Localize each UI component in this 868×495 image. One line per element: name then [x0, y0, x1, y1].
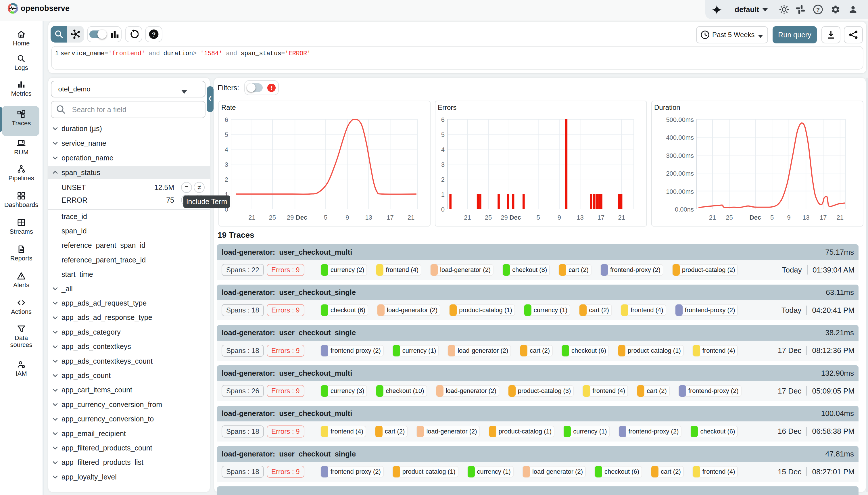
svg-text:Dec: Dec [296, 214, 307, 221]
svg-text:3: 3 [225, 161, 228, 168]
svg-text:5: 5 [441, 131, 445, 138]
svg-text:25: 25 [269, 214, 276, 221]
svg-text:9: 9 [346, 214, 349, 221]
svg-text:5: 5 [324, 214, 327, 221]
svg-text:13: 13 [802, 214, 809, 221]
svg-text:5: 5 [770, 214, 774, 221]
svg-text:9: 9 [787, 214, 791, 221]
svg-text:200.00ms: 200.00ms [666, 170, 694, 177]
svg-text:21: 21 [837, 214, 844, 221]
svg-text:400.00ms: 400.00ms [666, 134, 694, 141]
svg-text:4: 4 [225, 146, 228, 153]
svg-text:25: 25 [726, 214, 733, 221]
svg-text:?: ? [816, 6, 820, 13]
svg-text:21: 21 [709, 214, 716, 221]
svg-text:5: 5 [225, 131, 228, 138]
svg-text:17: 17 [820, 214, 827, 221]
svg-text:17: 17 [597, 214, 604, 221]
svg-text:1: 1 [441, 191, 445, 198]
svg-text:0.00ns: 0.00ns [675, 206, 694, 213]
svg-text:5: 5 [536, 214, 540, 221]
svg-text:Dec: Dec [750, 214, 761, 221]
svg-text:0: 0 [441, 206, 445, 213]
svg-text:4: 4 [441, 146, 445, 153]
svg-text:25: 25 [485, 214, 492, 221]
svg-text:500.00ms: 500.00ms [666, 116, 694, 123]
svg-text:13: 13 [576, 214, 584, 221]
svg-text:2: 2 [441, 176, 445, 183]
svg-text:2: 2 [225, 176, 228, 183]
svg-text:17: 17 [386, 214, 394, 221]
svg-text:9: 9 [558, 214, 561, 221]
svg-text:21: 21 [464, 214, 471, 221]
svg-text:29: 29 [287, 214, 294, 221]
svg-text:300.00ms: 300.00ms [666, 152, 694, 159]
svg-text:3: 3 [441, 161, 445, 168]
svg-text:Dec: Dec [509, 214, 521, 221]
svg-text:100.00ms: 100.00ms [666, 188, 694, 195]
svg-text:?: ? [152, 31, 156, 38]
svg-text:6: 6 [441, 116, 445, 123]
svg-text:21: 21 [618, 214, 625, 221]
svg-text:13: 13 [365, 214, 372, 221]
svg-text:29: 29 [501, 214, 507, 221]
svg-text:21: 21 [407, 214, 414, 221]
svg-text:6: 6 [225, 116, 228, 123]
svg-text:21: 21 [248, 214, 255, 221]
